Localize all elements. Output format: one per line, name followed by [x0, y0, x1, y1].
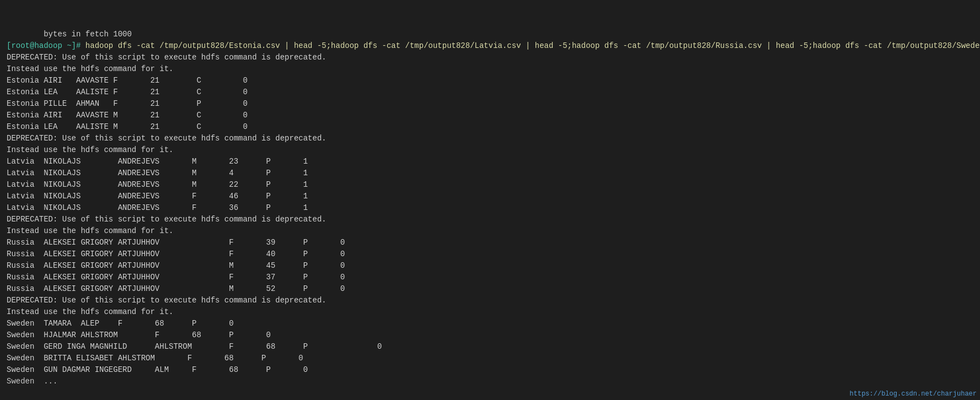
terminal-line: Estonia AIRI AAVASTE M 21 C 0 — [7, 110, 973, 121]
terminal-line: [root@hadoop ~]# hadoop dfs -cat /tmp/ou… — [7, 40, 973, 52]
terminal-line: Russia ALEKSEI GRIGORY ARTJUHHOV M 45 P … — [7, 260, 973, 272]
terminal-line: Russia ALEKSEI GRIGORY ARTJUHHOV F 39 P … — [7, 237, 973, 248]
terminal-line: Sweden ... — [7, 376, 973, 387]
url-bar: https://blog.csdn.net/charjuhaer — [847, 388, 980, 400]
terminal-line: bytes in fetch 1000 — [7, 29, 973, 40]
terminal-line: Latvia NIKOLAJS ANDREJEVS M 22 P 1 — [7, 179, 973, 191]
terminal-line: Russia ALEKSEI GRIGORY ARTJUHHOV M 52 P … — [7, 283, 973, 295]
terminal-line: Sweden HJALMAR AHLSTROM F 68 P 0 — [7, 329, 973, 341]
terminal-line: Latvia NIKOLAJS ANDREJEVS M 4 P 1 — [7, 167, 973, 179]
terminal-line: Instead use the hdfs command for it. — [7, 63, 973, 75]
terminal-line: Estonia LEA AALISTE F 21 C 0 — [7, 87, 973, 98]
terminal-line: Russia ALEKSEI GRIGORY ARTJUHHOV F 40 P … — [7, 248, 973, 260]
terminal-line: Estonia AIRI AAVASTE F 21 C 0 — [7, 75, 973, 87]
terminal-line: Estonia PILLE AHMAN F 21 P 0 — [7, 98, 973, 110]
terminal-line: DEPRECATED: Use of this script to execut… — [7, 295, 973, 306]
terminal-output: bytes in fetch 1000[root@hadoop ~]# hado… — [7, 6, 973, 399]
terminal-line: Instead use the hdfs command for it. — [7, 306, 973, 318]
terminal-line: Sweden GERD INGA MAGNHILD AHLSTROM F 68 … — [7, 341, 973, 353]
terminal-content: bytes in fetch 1000[root@hadoop ~]# hado… — [7, 29, 973, 387]
terminal-line: Sweden GUN DAGMAR INGEGERD ALM F 68 P 0 — [7, 364, 973, 376]
terminal-line: Instead use the hdfs command for it. — [7, 144, 973, 156]
terminal-line: Latvia NIKOLAJS ANDREJEVS F 36 P 1 — [7, 202, 973, 214]
terminal-line: DEPRECATED: Use of this script to execut… — [7, 133, 973, 144]
terminal-line: Instead use the hdfs command for it. — [7, 225, 973, 237]
terminal-line: Latvia NIKOLAJS ANDREJEVS F 46 P 1 — [7, 191, 973, 202]
terminal-line: Russia ALEKSEI GRIGORY ARTJUHHOV F 37 P … — [7, 272, 973, 283]
terminal-line: Sweden TAMARA ALEP F 68 P 0 — [7, 318, 973, 329]
terminal-line: Estonia LEA AALISTE M 21 C 0 — [7, 121, 973, 133]
terminal-line: Sweden BRITTA ELISABET AHLSTROM F 68 P 0 — [7, 353, 973, 364]
terminal-line: DEPRECATED: Use of this script to execut… — [7, 214, 973, 225]
terminal-line: Latvia NIKOLAJS ANDREJEVS M 23 P 1 — [7, 156, 973, 167]
terminal-line: DEPRECATED: Use of this script to execut… — [7, 52, 973, 63]
